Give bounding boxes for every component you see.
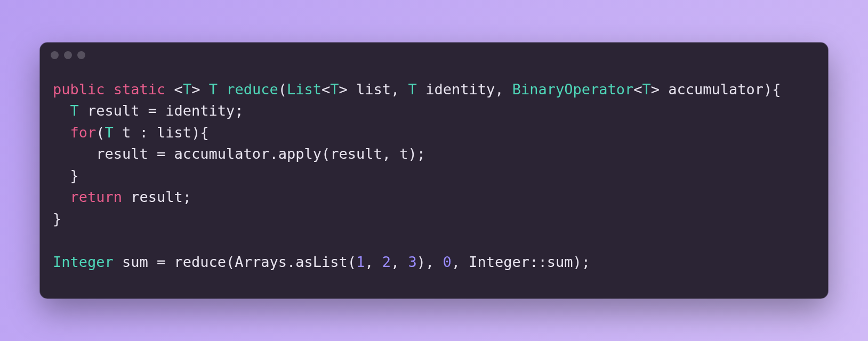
window-dot-minimize-icon[interactable] [64,51,72,59]
code-token-funcname: reduce [226,81,278,98]
code-token-plain [53,124,70,141]
code-token-plain: > accumulator){ [651,81,781,98]
code-token-type: T [183,81,191,98]
code-token-type: T [70,102,79,119]
code-token-plain: identity, [417,81,512,98]
code-block: public static <T> T reduce(List<T> list,… [53,79,815,273]
code-token-number: 1 [356,254,365,270]
window-dot-zoom-icon[interactable] [77,51,85,59]
code-token-number: 2 [382,254,391,270]
code-token-keyword: public [53,81,105,98]
code-token-plain: < [322,81,330,98]
code-token-type: T [642,81,651,98]
code-token-plain [218,81,226,98]
code-token-type: T [330,81,339,98]
code-token-plain: < [633,81,642,98]
code-token-plain: > list, [339,81,408,98]
code-token-number: 3 [408,254,417,270]
code-token-type: List [287,81,322,98]
code-token-plain: } [53,210,61,227]
code-token-plain: , [391,254,408,270]
code-token-plain: ), [417,254,443,270]
code-token-type: Integer [53,254,114,270]
code-token-type: BinaryOperator [512,81,634,98]
code-token-plain: result; [122,189,191,205]
code-area: public static <T> T reduce(List<T> list,… [40,68,828,299]
code-token-plain: t : list){ [114,124,209,141]
code-token-plain: result = identity; [79,102,244,119]
code-token-number: 0 [443,254,452,270]
code-token-plain: ( [96,124,105,141]
code-token-plain: sum = reduce(Arrays.asList( [114,254,356,270]
window-dot-close-icon[interactable] [51,51,59,59]
code-token-type: T [209,81,218,98]
code-token-type: T [105,124,114,141]
code-token-keyword: return [70,189,123,205]
code-token-type: T [408,81,417,98]
code-token-keyword: for [70,124,97,141]
code-token-plain: result = accumulator.apply(result, t); [53,145,425,162]
code-window: public static <T> T reduce(List<T> list,… [40,43,828,299]
code-token-plain [105,81,114,98]
code-token-plain: , [365,254,382,270]
window-titlebar [40,43,828,68]
code-token-keyword: static [114,81,166,98]
code-token-plain: > [191,81,209,98]
code-token-plain: < [165,81,183,98]
code-token-plain: } [53,167,79,184]
code-token-plain [53,189,70,205]
code-token-plain: , Integer::sum); [452,254,590,270]
code-token-plain [53,102,70,119]
code-token-plain: ( [278,81,287,98]
